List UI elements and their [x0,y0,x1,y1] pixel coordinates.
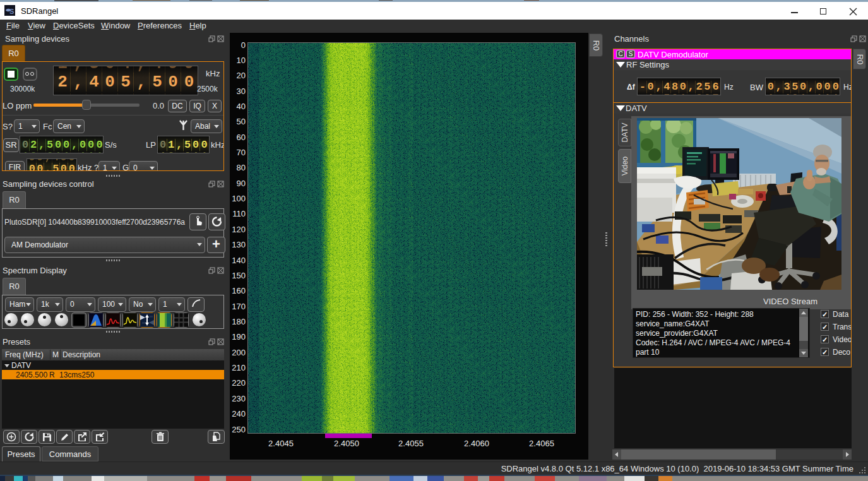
svg-text:S: S [9,8,14,15]
